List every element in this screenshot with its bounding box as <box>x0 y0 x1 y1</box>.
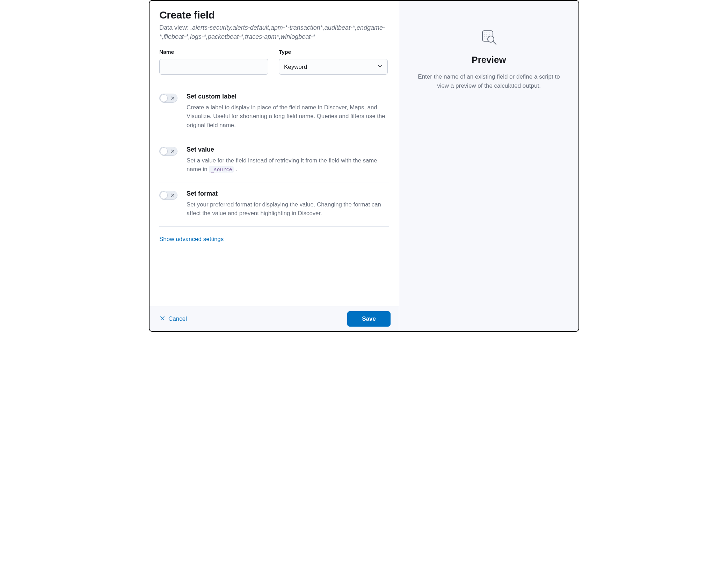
svg-line-10 <box>493 42 496 44</box>
name-type-row: Name Type Keyword <box>159 49 389 75</box>
option-custom-label-text: Set custom label Create a label to displ… <box>187 93 389 130</box>
svg-point-20 <box>486 36 486 36</box>
form-pane: Create field Data view: .alerts-security… <box>150 1 399 331</box>
type-label: Type <box>279 49 388 55</box>
close-icon <box>171 149 175 153</box>
svg-point-13 <box>488 32 488 33</box>
svg-point-15 <box>484 34 485 35</box>
svg-point-14 <box>489 32 490 33</box>
svg-point-11 <box>484 32 485 33</box>
preview-description: Enter the name of an existing field or d… <box>414 72 564 91</box>
option-set-value-desc-post: . <box>234 166 237 173</box>
close-icon <box>171 96 175 100</box>
close-icon <box>171 194 175 197</box>
type-select-wrap: Keyword <box>279 59 388 75</box>
preview-title: Preview <box>410 54 568 65</box>
option-custom-label-title: Set custom label <box>187 93 389 100</box>
toggle-custom-label[interactable] <box>159 94 177 103</box>
option-set-value-title: Set value <box>187 146 389 153</box>
name-label: Name <box>159 49 268 55</box>
toggle-knob <box>160 191 168 199</box>
option-custom-label: Set custom label Create a label to displ… <box>159 85 389 138</box>
option-set-format: Set format Set your preferred format for… <box>159 182 389 226</box>
toggle-set-format[interactable] <box>159 191 177 200</box>
option-set-value: Set value Set a value for the field inst… <box>159 138 389 182</box>
option-set-value-text: Set value Set a value for the field inst… <box>187 146 389 174</box>
option-set-format-desc: Set your preferred format for displaying… <box>187 200 389 218</box>
name-input[interactable] <box>159 59 268 75</box>
type-select[interactable]: Keyword <box>279 59 388 75</box>
form-scroll: Create field Data view: .alerts-security… <box>150 1 399 306</box>
toggle-knob <box>160 94 168 102</box>
cancel-button[interactable]: Cancel <box>158 313 189 325</box>
subtitle-value: .alerts-security.alerts-default,apm-*-tr… <box>159 24 385 40</box>
option-set-format-text: Set format Set your preferred format for… <box>187 190 389 218</box>
svg-point-19 <box>484 36 485 36</box>
option-set-value-desc: Set a value for the field instead of ret… <box>187 156 389 174</box>
svg-point-21 <box>484 38 485 38</box>
option-custom-label-desc: Create a label to display in place of th… <box>187 103 389 130</box>
preview-pane: Preview Enter the name of an existing fi… <box>399 1 578 331</box>
save-button[interactable]: Save <box>347 311 391 327</box>
content-row: Create field Data view: .alerts-security… <box>150 1 578 331</box>
subtitle-lead: Data view: <box>159 24 190 31</box>
type-field-group: Type Keyword <box>279 49 388 75</box>
svg-point-17 <box>488 34 488 35</box>
option-set-format-title: Set format <box>187 190 389 197</box>
svg-point-16 <box>486 34 486 35</box>
name-field-group: Name <box>159 49 268 75</box>
svg-point-18 <box>489 34 490 35</box>
cancel-button-label: Cancel <box>168 315 187 322</box>
create-field-flyout: Create field Data view: .alerts-security… <box>149 0 579 332</box>
data-view-subtitle: Data view: .alerts-security.alerts-defau… <box>159 23 389 41</box>
svg-point-22 <box>486 38 486 38</box>
toggle-knob <box>160 147 168 155</box>
page-title: Create field <box>159 9 389 21</box>
svg-point-12 <box>486 32 486 33</box>
toggle-set-value[interactable] <box>159 147 177 156</box>
show-advanced-settings-link[interactable]: Show advanced settings <box>159 236 224 243</box>
form-footer: Cancel Save <box>150 306 399 331</box>
close-icon <box>160 315 165 322</box>
source-code-token: _source <box>209 166 234 173</box>
save-button-label: Save <box>362 315 376 322</box>
inspect-icon <box>480 29 498 46</box>
